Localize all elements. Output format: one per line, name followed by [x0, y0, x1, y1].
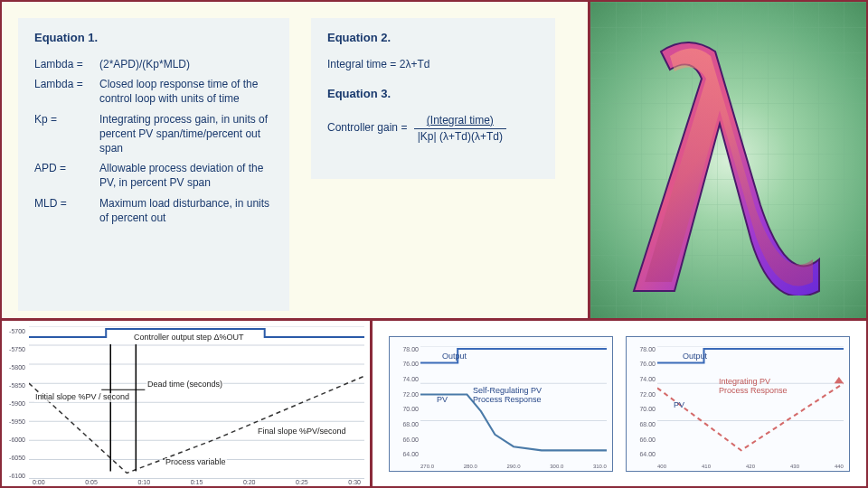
equation-2-title: Equation 2. [327, 31, 539, 44]
tick: 270.0 [420, 464, 434, 469]
tick: 66.00 [392, 436, 419, 443]
eq1-term: Lambda = [34, 77, 99, 106]
mini1-x-ticks: 270.0 280.0 290.0 300.0 310.0 [420, 464, 607, 469]
eq3-denominator: |Kp| (λ+Td)(λ+Td) [414, 129, 506, 145]
equation-23-box: Equation 2. Integral time = 2λ+Td Equati… [311, 18, 555, 179]
tick: -5800 [5, 364, 25, 371]
eq1-val: Allowable process deviation of the PV, i… [99, 161, 273, 190]
tick: 430 [790, 464, 799, 469]
mini1-output-label: Output [442, 352, 467, 361]
integrating-chart: 78.00 76.00 74.00 72.00 70.00 68.00 66.0… [626, 336, 850, 472]
tick: -5750 [5, 346, 25, 352]
left-chart-x-ticks: 0:00 0:05 0:10 0:15 0:20 0:25 0:30 [33, 479, 361, 485]
mini2-x-ticks: 400 410 420 430 440 [657, 464, 844, 469]
tick: 300.0 [550, 464, 563, 469]
tick: 72.00 [392, 391, 419, 398]
equations-area: Equation 1. Lambda = (2*APD)/(Kp*MLD) La… [2, 2, 588, 318]
eq1-row: Kp = Integrating process gain, in units … [34, 112, 273, 156]
tick: 310.0 [593, 464, 607, 469]
equation-1-title: Equation 1. [34, 31, 273, 44]
tick: -5950 [5, 418, 25, 425]
tick: 74.00 [628, 376, 656, 382]
annot-final-slope: Final slope %PV/second [257, 427, 347, 436]
mini1-y-ticks: 78.00 76.00 74.00 72.00 70.00 68.00 66.0… [392, 346, 419, 458]
tick: -5700 [5, 328, 25, 334]
tick: 78.00 [628, 346, 656, 352]
svg-marker-20 [835, 376, 844, 382]
tick: 74.00 [392, 376, 419, 382]
self-regulating-chart: 78.00 76.00 74.00 72.00 70.00 68.00 66.0… [389, 336, 613, 472]
tick: 400 [657, 464, 666, 469]
tick: 440 [835, 464, 844, 469]
tick: 70.00 [392, 406, 419, 412]
annot-dead-time: Dead time (seconds) [146, 380, 223, 389]
tick: 76.00 [392, 361, 419, 367]
mini1-title: Self-Regulating PV Process Response [473, 386, 542, 404]
mini1-pv-label: PV [437, 395, 448, 404]
tick: 0:30 [348, 479, 361, 485]
tick: 66.00 [628, 436, 656, 443]
mini2-title: Integrating PV Process Response [719, 377, 788, 395]
tick: 290.0 [506, 464, 520, 469]
eq1-row: APD = Allowable process deviation of the… [34, 161, 273, 190]
eq1-val: (2*APD)/(Kp*MLD) [99, 57, 273, 71]
eq1-row: Lambda = Closed loop response time of th… [34, 77, 273, 106]
equation-2-text: Integral time = 2λ+Td [327, 57, 539, 72]
tick: -5850 [5, 382, 25, 389]
tick: -6050 [5, 455, 25, 461]
annot-output-step: Controller output step Δ%OUT [133, 333, 245, 343]
mini2-output-label: Output [683, 352, 707, 361]
lambda-icon [625, 24, 833, 296]
eq1-val: Maximum load disturbance, in units of pe… [99, 196, 273, 225]
response-charts-area: 78.00 76.00 74.00 72.00 70.00 68.00 66.0… [373, 321, 866, 486]
tick: 0:20 [243, 479, 256, 485]
tick: 64.00 [392, 451, 419, 457]
tick: 68.00 [628, 421, 656, 427]
tick: 78.00 [392, 346, 419, 352]
tick: -6000 [5, 436, 25, 443]
left-chart-y-ticks: -5700 -5750 -5800 -5850 -5900 -5950 -600… [5, 328, 25, 479]
tick: 0:05 [85, 479, 98, 485]
tick: 280.0 [464, 464, 477, 469]
lambda-graphic-panel [588, 2, 866, 318]
eq1-val: Closed loop response time of the control… [99, 77, 273, 106]
tick: -6100 [5, 473, 25, 479]
step-test-chart: -5700 -5750 -5800 -5850 -5900 -5950 -600… [2, 321, 373, 486]
annot-initial-slope: Initial slope %PV / second [34, 393, 130, 402]
tick: 70.00 [628, 406, 656, 412]
tick: -5900 [5, 400, 25, 407]
bottom-row: -5700 -5750 -5800 -5850 -5900 -5950 -600… [2, 321, 866, 486]
tick: 0:00 [33, 479, 45, 485]
equation-1-box: Equation 1. Lambda = (2*APD)/(Kp*MLD) La… [18, 18, 289, 311]
eq1-term: APD = [34, 161, 99, 190]
tick: 0:10 [137, 479, 150, 485]
tick: 76.00 [628, 361, 656, 367]
equation-3-text: Controller gain = (Integral time) |Kp| (… [327, 113, 539, 145]
eq1-term: MLD = [34, 196, 99, 225]
top-row: Equation 1. Lambda = (2*APD)/(Kp*MLD) La… [2, 2, 866, 321]
eq1-term: Lambda = [34, 57, 99, 71]
tick: 0:15 [191, 479, 203, 485]
eq1-term: Kp = [34, 112, 99, 156]
annot-process-variable: Process variable [165, 458, 227, 467]
eq3-lhs: Controller gain = [327, 121, 407, 134]
eq1-row: Lambda = (2*APD)/(Kp*MLD) [34, 57, 273, 71]
equation-3-title: Equation 3. [327, 87, 539, 100]
mini2-pv-label: PV [674, 400, 684, 409]
tick: 68.00 [392, 421, 419, 427]
tick: 64.00 [628, 451, 656, 457]
mini2-svg [657, 346, 844, 458]
eq1-val: Integrating process gain, in units of pe… [99, 112, 273, 156]
eq3-fraction: (Integral time) |Kp| (λ+Td)(λ+Td) [414, 113, 506, 145]
eq1-row: MLD = Maximum load disturbance, in units… [34, 196, 273, 225]
mini2-y-ticks: 78.00 76.00 74.00 72.00 70.00 68.00 66.0… [628, 346, 656, 458]
tick: 420 [746, 464, 755, 469]
tick: 410 [702, 464, 711, 469]
tick: 0:25 [296, 479, 308, 485]
eq3-numerator: (Integral time) [414, 113, 506, 129]
tick: 72.00 [628, 391, 656, 398]
